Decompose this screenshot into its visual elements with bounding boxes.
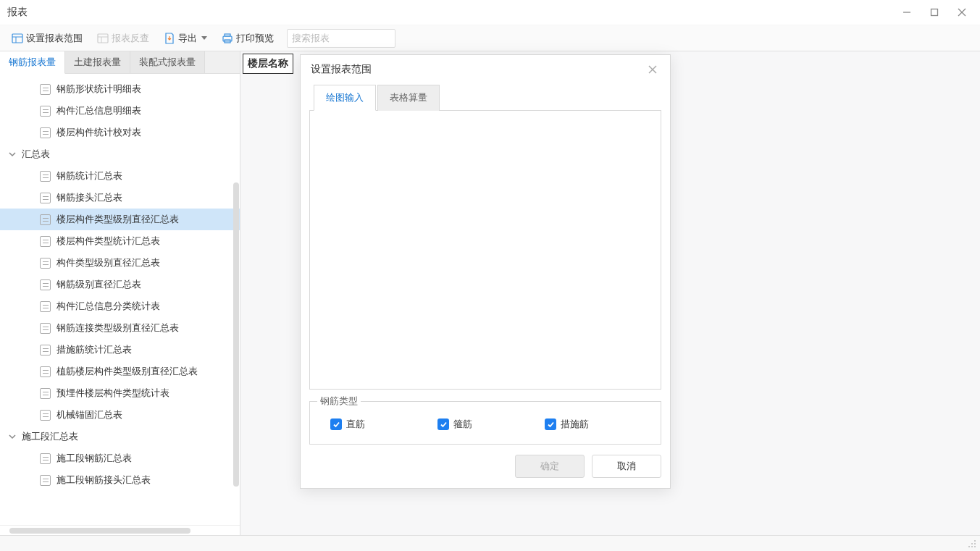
svg-point-19: [971, 546, 973, 547]
set-scope-label: 设置报表范围: [26, 32, 83, 45]
print-label: 打印预览: [236, 32, 274, 45]
tree-group-summary[interactable]: 汇总表: [0, 143, 240, 165]
document-icon: [40, 475, 51, 486]
tree-label: 钢筋统计汇总表: [56, 169, 122, 182]
scope-icon: [12, 33, 23, 44]
rebar-type-fieldset: 钢筋类型 直筋 箍筋 措施筋: [309, 401, 661, 445]
reverse-label: 报表反查: [112, 32, 149, 45]
tree-item[interactable]: 植筋楼层构件类型级别直径汇总表: [0, 361, 240, 382]
window-controls: [896, 1, 973, 23]
tree-item[interactable]: 钢筋形状统计明细表: [0, 78, 240, 100]
sidebar-tabs: 钢筋报表量 土建报表量 装配式报表量: [0, 51, 240, 74]
checkbox-label: 箍筋: [453, 418, 472, 431]
print-preview-button[interactable]: 打印预览: [216, 29, 280, 48]
tree-item[interactable]: 预埋件楼层构件类型统计表: [0, 382, 240, 404]
svg-rect-1: [931, 9, 938, 16]
tree-item[interactable]: 构件汇总信息分类统计表: [0, 295, 240, 317]
dialog-close-button[interactable]: [645, 62, 660, 77]
svg-point-18: [968, 546, 970, 547]
tree-label: 植筋楼层构件类型级别直径汇总表: [56, 365, 198, 378]
checkbox-checked-icon: [545, 418, 556, 430]
export-icon: [164, 33, 175, 44]
dialog-footer: 确定 取消: [309, 455, 661, 478]
tree-item[interactable]: 机械锚固汇总表: [0, 404, 240, 426]
tab-rebar[interactable]: 钢筋报表量: [0, 51, 65, 74]
tree-item[interactable]: 钢筋接头汇总表: [0, 187, 240, 209]
sidebar-hscroll[interactable]: [0, 525, 240, 535]
tree-label: 钢筋接头汇总表: [56, 191, 122, 204]
dialog-body: 绘图输入 表格算量 钢筋类型 直筋 箍筋 措施筋: [301, 84, 670, 488]
cancel-button[interactable]: 取消: [592, 455, 661, 478]
reverse-icon: [97, 33, 109, 44]
document-icon: [40, 366, 51, 377]
dialog-title: 设置报表范围: [311, 63, 645, 76]
tree-item[interactable]: 钢筋级别直径汇总表: [0, 274, 240, 295]
document-icon: [40, 345, 51, 356]
tree-item[interactable]: 构件汇总信息明细表: [0, 100, 240, 122]
search-input[interactable]: [292, 33, 414, 43]
minimize-button[interactable]: [896, 1, 918, 23]
tree-label: 构件汇总信息分类统计表: [56, 300, 160, 313]
report-reverse-button: 报表反查: [91, 29, 155, 48]
svg-point-17: [974, 543, 976, 544]
checkbox-row: 直筋 箍筋 措施筋: [323, 418, 648, 431]
tree-label: 施工段钢筋接头汇总表: [56, 474, 151, 487]
checkbox-measure[interactable]: 措施筋: [545, 418, 589, 431]
svg-rect-11: [225, 34, 230, 36]
collapse-icon[interactable]: [7, 432, 17, 442]
fieldset-legend: 钢筋类型: [317, 395, 361, 408]
ok-button[interactable]: 确定: [515, 455, 585, 478]
titlebar: 报表: [0, 0, 980, 25]
print-icon: [222, 33, 233, 44]
tab-table-calc[interactable]: 表格算量: [377, 85, 440, 111]
tree-item[interactable]: 施工段钢筋接头汇总表: [0, 469, 240, 491]
document-icon: [40, 301, 51, 312]
set-report-scope-button[interactable]: 设置报表范围: [6, 29, 88, 48]
tree-scrollbar[interactable]: [233, 182, 239, 487]
tree-group-construction[interactable]: 施工段汇总表: [0, 426, 240, 447]
tree-label: 构件汇总信息明细表: [56, 104, 141, 117]
svg-point-15: [974, 540, 976, 542]
tree-item[interactable]: 钢筋连接类型级别直径汇总表: [0, 317, 240, 339]
report-tree[interactable]: 钢筋形状统计明细表 构件汇总信息明细表 楼层构件统计校对表 汇总表 钢筋统计汇总…: [0, 74, 240, 525]
document-icon: [40, 171, 51, 182]
tree-item[interactable]: 楼层构件类型统计汇总表: [0, 230, 240, 252]
close-icon: [958, 8, 966, 17]
checkbox-straight[interactable]: 直筋: [330, 418, 365, 431]
close-button[interactable]: [951, 1, 973, 23]
document-icon: [40, 388, 51, 399]
export-button[interactable]: 导出: [158, 29, 213, 48]
tree-item-selected[interactable]: 楼层构件类型级别直径汇总表: [0, 209, 240, 230]
checkbox-label: 直筋: [346, 418, 365, 431]
maximize-button[interactable]: [924, 1, 945, 23]
search-box[interactable]: [287, 29, 395, 48]
minimize-icon: [902, 8, 911, 17]
document-icon: [40, 323, 51, 334]
tree-label: 构件类型级别直径汇总表: [56, 256, 160, 269]
tree-item[interactable]: 钢筋统计汇总表: [0, 165, 240, 187]
checkbox-stirrup[interactable]: 箍筋: [437, 418, 472, 431]
tab-prefab[interactable]: 装配式报表量: [130, 51, 205, 73]
tree-label: 钢筋形状统计明细表: [56, 83, 141, 96]
tab-civil[interactable]: 土建报表量: [65, 51, 130, 73]
set-scope-dialog: 设置报表范围 绘图输入 表格算量 钢筋类型 直筋 箍筋: [300, 54, 671, 489]
document-icon: [40, 214, 51, 225]
tree-item[interactable]: 施工段钢筋汇总表: [0, 447, 240, 469]
tree-item[interactable]: 构件类型级别直径汇总表: [0, 252, 240, 274]
close-icon: [648, 64, 658, 75]
tree-label: 预埋件楼层构件类型统计表: [56, 387, 169, 400]
document-icon: [40, 410, 51, 421]
tree-label: 钢筋连接类型级别直径汇总表: [56, 321, 179, 335]
tab-draw-input[interactable]: 绘图输入: [314, 85, 376, 111]
tree-item[interactable]: 措施筋统计汇总表: [0, 339, 240, 361]
svg-point-16: [971, 543, 973, 544]
checkbox-label: 措施筋: [561, 418, 589, 431]
hscroll-thumb[interactable]: [9, 528, 190, 534]
tree-label: 楼层构件类型级别直径汇总表: [56, 213, 179, 226]
tree-label: 机械锚固汇总表: [56, 408, 122, 421]
resize-grip-icon[interactable]: [967, 539, 977, 549]
tree-item[interactable]: 楼层构件统计校对表: [0, 122, 240, 143]
collapse-icon[interactable]: [7, 149, 17, 159]
maximize-icon: [930, 8, 939, 17]
checkbox-checked-icon: [437, 418, 449, 430]
